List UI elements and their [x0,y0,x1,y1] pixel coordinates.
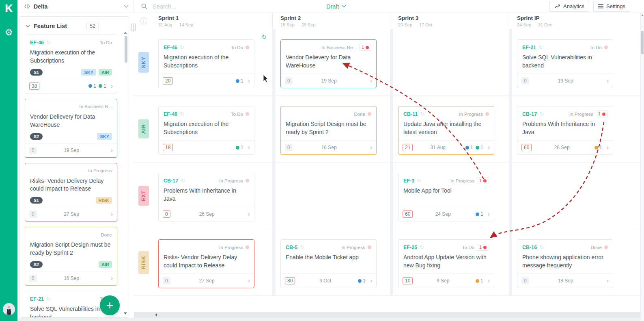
collapse-chevron-icon[interactable] [26,25,30,28]
card-footer: 016 Sep› [25,271,117,285]
avatar[interactable] [3,303,15,315]
status-dot-count: 1 [103,83,106,89]
analytics-button[interactable]: Analytics [549,1,589,12]
board-card[interactable]: In Business Re...1Vendor Delievery for D… [280,39,377,88]
mode-dropdown[interactable]: Draft [326,3,346,10]
expand-chevron-icon[interactable]: › [488,278,490,284]
expand-chevron-icon[interactable]: › [111,83,113,89]
board-card[interactable]: EF-21↻To DoSolve SQL Vulnerabilities in … [517,39,613,88]
card-head: Done [30,231,112,238]
sync-icon: ↻ [417,178,421,183]
board-card[interactable]: DoneMigration Script Design must be read… [280,106,377,155]
panel-resize-handle[interactable] [131,24,136,32]
expand-chevron-icon[interactable]: › [248,78,250,84]
blue-status-dot [88,84,92,88]
board-card[interactable]: EF-46↻To DoMigration execution of the Su… [158,106,254,155]
blue-status-dot [358,279,362,283]
card-head: EF-21↻To Do [30,295,112,302]
sprint-header-4[interactable]: Sprint IP24 Sep31 Dec [512,13,640,29]
dependency-count-badge[interactable]: 1 [477,244,489,251]
column-divider [390,229,393,295]
search-input[interactable] [152,3,286,10]
alert-dot-icon [366,46,369,49]
board-card[interactable]: EF-3↻In Progress1Mobile App for Tool6024… [398,173,494,221]
board-card[interactable]: CB-17↻In ProgressProblems With Inheritan… [158,173,254,221]
sprint-header-2[interactable]: Sprint 215 Sep29 Sep [276,13,390,29]
expand-chevron-icon[interactable]: › [111,275,113,282]
feature-card[interactable]: In ProgressRisks- Vendor Delivery Delay … [25,163,117,222]
card-id: EF-21 [30,296,44,302]
panel-scrollbar-thumb[interactable] [125,36,127,63]
expand-chevron-icon[interactable]: › [488,211,490,217]
feature-card[interactable]: In Business R...Vendor Delievery for Dat… [25,99,117,158]
scrollbar-thumb[interactable] [641,31,644,54]
expand-chevron-icon[interactable]: › [370,144,372,151]
board-card[interactable]: CB-17↻In Progress1Problems With Inherita… [517,106,613,155]
expand-chevron-icon[interactable]: › [370,278,372,284]
assignee-dots: 1 [233,145,243,150]
status-dot-count: 1 [480,278,483,284]
blue-status-dot [476,213,479,216]
points-badge: 10 [403,277,413,284]
settings-button[interactable]: Settings [593,1,630,12]
board-card[interactable]: EF-46↻To DoMigration execution of the Su… [158,39,254,88]
column-divider [272,29,276,95]
blue-status-dot [465,146,469,150]
alert-dot-icon [602,113,605,116]
board-card[interactable]: CB-5↻In ProgressEnable the Mobile Ticket… [280,239,377,288]
gear-icon[interactable]: ⚙ [5,28,13,37]
feature-card[interactable]: EF-46↻To DoMigration execution of the Su… [25,35,117,93]
chart-icon [554,4,560,9]
board-selector[interactable]: Delta [17,0,134,13]
expand-chevron-icon[interactable]: › [607,144,609,151]
expand-chevron-icon[interactable]: › [111,211,113,217]
dependency-count-badge[interactable]: 1 [477,177,489,184]
scroll-up-arrow[interactable] [124,32,127,34]
board-horizontal-scrollbar[interactable] [134,312,640,318]
card-status: In Business R... [79,104,112,109]
scroll-up-arrow[interactable] [641,14,644,16]
column-divider [272,163,276,229]
feature-card[interactable]: DoneMigration Script Design must be read… [25,227,117,286]
board-card[interactable]: EF-25↻To Do1Android App Update Version w… [398,239,494,288]
notification-dot [368,245,371,249]
board-row-risk: RISKIn ProgressRisks- Vendor Delivery De… [134,229,640,296]
row-label-risk: RISK [138,251,149,274]
sprint-tag: S2 [30,261,43,268]
scroll-down-arrow[interactable] [124,312,127,314]
sync-icon: ↻ [46,296,51,301]
info-icon[interactable]: i [140,17,147,24]
scroll-left-arrow[interactable] [155,313,157,317]
sprint-header-3[interactable]: Sprint 320 Sep17 Oct [393,13,509,29]
expand-chevron-icon[interactable]: › [607,278,609,284]
dependency-count-badge[interactable]: 1 [596,111,608,117]
board-card[interactable]: CB-16↻DonePhone showing application erro… [517,239,613,288]
board-card[interactable]: In ProgressRisks- Vendor Delivery Delay … [158,239,254,288]
notification-dot [604,46,608,49]
board-cell: EF-25↻To Do1Android App Update Version w… [393,229,509,295]
refresh-icon[interactable]: ↻ [261,34,267,40]
green-status-dot [236,146,239,150]
status-dot-count: 1 [470,145,473,150]
expand-chevron-icon[interactable]: › [607,78,609,84]
board-card[interactable]: CB-11↻In ProgressUpdate Java after insta… [398,106,494,155]
expand-chevron-icon[interactable]: › [248,144,250,151]
expand-chevron-icon[interactable]: › [248,278,250,284]
expand-chevron-icon[interactable]: › [248,211,250,217]
status-dot-count: 1 [480,211,483,217]
sprint-header-1[interactable]: Sprint 131 Aug14 Sep [153,13,272,29]
window-scrollbar[interactable] [640,13,644,321]
card-id: EF-3 [403,178,414,184]
dependency-count-badge[interactable]: 1 [359,44,371,51]
card-title: Solve SQL Vulnerabilities in backend [522,54,608,70]
add-feature-button[interactable]: + [100,295,120,315]
expand-chevron-icon[interactable]: › [370,78,372,84]
row-label-sky: SKY [138,52,149,73]
assignee-dots: 1 [473,211,483,217]
points-badge: 0 [29,275,37,282]
card-body: In ProgressRisks- Vendor Delivery Delay … [159,240,254,273]
sprint-dates: 31 Aug14 Sep [158,22,272,27]
expand-chevron-icon[interactable]: › [488,144,490,151]
expand-chevron-icon[interactable]: › [111,147,113,154]
row-label-air: AIR [138,119,149,139]
